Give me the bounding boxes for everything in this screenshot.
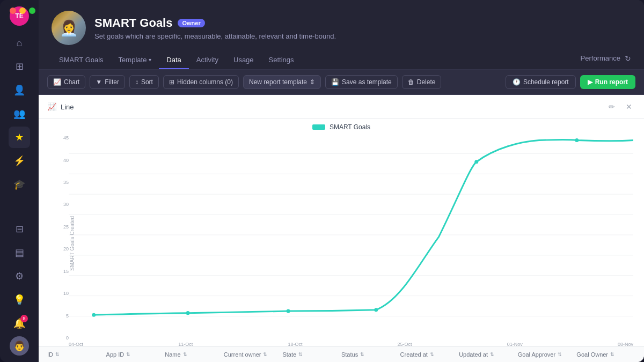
table-header: ID ⇅ App ID ⇅ Name ⇅ Current owner ⇅ Sta… [39, 346, 644, 362]
avatar[interactable]: 👨 [10, 336, 29, 356]
home-icon[interactable]: ⌂ [9, 32, 30, 54]
refresh-icon[interactable]: ↻ [625, 54, 631, 63]
col-state: State ⇅ [282, 351, 341, 358]
hidden-columns-label: Hidden columns (0) [177, 78, 233, 86]
chart-container: 📈 Line ✏ ✕ SMART Goals SMART Goals Creat… [39, 95, 644, 362]
lightning-icon[interactable]: ⚡ [9, 150, 30, 172]
data-point-5 [474, 160, 478, 164]
col-goal-owner-label: Goal Owner [576, 351, 608, 358]
x-label-nov1: 01-Nov [507, 342, 523, 346]
schedule-report-button[interactable]: 🕐 Schedule report [506, 75, 576, 89]
col-app-id-label: App ID [106, 351, 125, 358]
notification-icon[interactable]: 🔔 8 [9, 313, 30, 334]
tab-activity[interactable]: Activity [189, 51, 226, 69]
header-top: 👩‍💼 SMART Goals Owner Set goals which ar… [52, 11, 631, 45]
col-updated-label: Updated at [459, 351, 488, 358]
hierarchy-icon[interactable]: ⊟ [9, 218, 30, 240]
col-state-sort: ⇅ [298, 352, 303, 357]
maximize-button[interactable] [29, 8, 35, 14]
x-label-nov8: 08-Nov [618, 342, 633, 346]
schedule-label: Schedule report [523, 78, 569, 86]
save-icon: 💾 [331, 78, 339, 86]
tab-template[interactable]: Template ▾ [111, 51, 159, 69]
hidden-columns-button[interactable]: ⊞ Hidden columns (0) [163, 75, 239, 89]
graduation-icon[interactable]: 🎓 [9, 174, 30, 195]
avatar-icon: 👩‍💼 [60, 19, 78, 37]
x-axis: 04-Oct 11-Oct 18-Oct 25-Oct 01-Nov 08-No… [69, 342, 633, 346]
team-icon[interactable]: 👥 [9, 103, 30, 124]
sidebar-bottom: ⊟ ▤ ⚙ 💡 🔔 8 👨 [9, 218, 30, 356]
col-created-sort: ⇅ [430, 352, 434, 357]
x-label-oct18: 18-Oct [288, 342, 302, 346]
col-name-label: Name [165, 351, 180, 358]
person-icon[interactable]: 👤 [9, 79, 30, 101]
settings-icon[interactable]: ⚙ [9, 265, 30, 287]
run-report-button[interactable]: ▶ Run report [580, 75, 635, 89]
col-approver-label: Goal Approver [518, 351, 555, 358]
col-app-id: App ID ⇅ [106, 351, 165, 358]
close-chart-icon[interactable]: ✕ [623, 100, 635, 113]
legend-label: SMART Goals [330, 123, 370, 131]
tab-settings[interactable]: Settings [261, 51, 302, 69]
new-report-button[interactable]: New report template ⇕ [243, 75, 321, 89]
close-button[interactable] [10, 8, 16, 14]
col-status-label: Status [341, 351, 358, 358]
columns-icon: ⊞ [169, 78, 174, 86]
x-label-oct11: 11-Oct [178, 342, 193, 346]
dropdown-icon: ⇕ [310, 78, 315, 86]
col-name-sort: ⇅ [183, 352, 187, 357]
chart-legend: SMART Goals [49, 123, 633, 131]
chart-header-right: ✏ ✕ [605, 100, 635, 113]
star-icon[interactable]: ★ [9, 127, 30, 148]
nav-tabs: SMART Goals Template ▾ Data Activity Usa… [52, 51, 631, 69]
chevron-down-icon: ▾ [149, 57, 151, 63]
chart-svg-container: 04-Oct 11-Oct 18-Oct 25-Oct 01-Nov 08-No… [69, 135, 633, 346]
legend-color [312, 124, 325, 130]
y-tick-15: 15 [49, 269, 69, 274]
y-tick-25: 25 [49, 224, 69, 230]
play-icon: ▶ [588, 78, 592, 86]
run-label: Run report [595, 78, 628, 86]
bulb-icon[interactable]: 💡 [9, 289, 30, 311]
data-point-6 [575, 138, 579, 142]
col-created: Created at ⇅ [400, 351, 459, 358]
chart-line [94, 140, 633, 315]
header: 👩‍💼 SMART Goals Owner Set goals which ar… [39, 0, 644, 70]
filter-button[interactable]: ▼ Filter [90, 75, 125, 89]
minimize-button[interactable] [19, 8, 26, 14]
sort-button[interactable]: ↕ Sort [129, 75, 159, 89]
chart-label: Chart [64, 78, 79, 86]
save-template-button[interactable]: 💾 Save as template [325, 75, 398, 89]
tab-smart-goals[interactable]: SMART Goals [52, 51, 111, 69]
data-point-4 [374, 308, 378, 312]
tab-data[interactable]: Data [159, 51, 188, 69]
window-controls [10, 8, 35, 14]
filter-label: Filter [105, 78, 119, 86]
col-approver: Goal Approver ⇅ [518, 351, 577, 358]
col-id-label: ID [47, 351, 53, 358]
tab-usage[interactable]: Usage [226, 51, 261, 69]
col-id: ID ⇅ [47, 351, 106, 358]
owner-badge: Owner [178, 19, 204, 27]
chart-header: 📈 Line ✏ ✕ [39, 95, 644, 119]
chart-button[interactable]: 📈 Chart [47, 75, 85, 89]
y-axis: 0 5 10 15 20 25 30 35 40 45 [49, 135, 69, 346]
edit-chart-icon[interactable]: ✏ [605, 100, 618, 113]
y-tick-30: 30 [49, 202, 69, 207]
clock-icon: 🕐 [513, 78, 521, 86]
data-point-1 [92, 313, 96, 317]
data-point-2 [186, 311, 190, 315]
delete-button[interactable]: 🗑 Delete [402, 75, 442, 89]
grid-icon[interactable]: ⊞ [9, 56, 30, 77]
col-goal-owner: Goal Owner ⇅ [576, 351, 635, 358]
col-status-sort: ⇅ [360, 352, 364, 357]
y-tick-45: 45 [49, 135, 69, 141]
performance-label: Performance [581, 54, 620, 62]
header-info: SMART Goals Owner Set goals which are sp… [94, 16, 631, 40]
col-approver-sort: ⇅ [558, 352, 562, 357]
y-tick-40: 40 [49, 158, 69, 163]
table-icon[interactable]: ▤ [9, 242, 30, 263]
new-report-label: New report template [249, 78, 307, 86]
col-status: Status ⇅ [341, 351, 400, 358]
col-updated: Updated at ⇅ [459, 351, 518, 358]
